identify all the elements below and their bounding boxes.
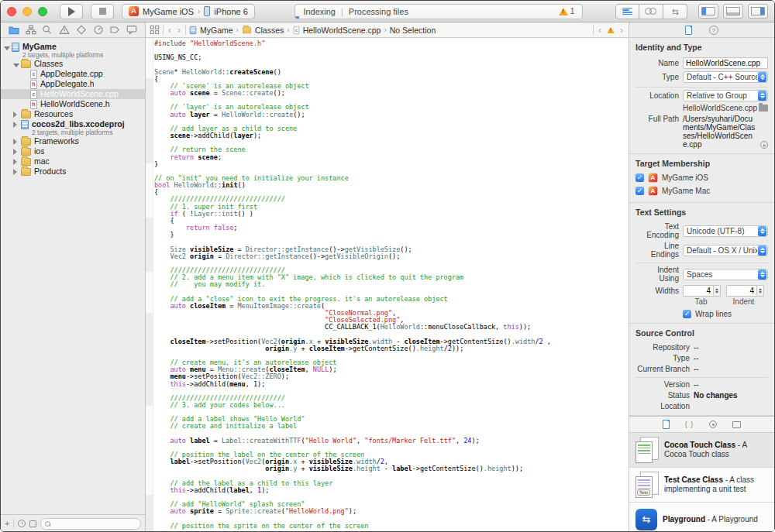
name-field[interactable] [683, 57, 768, 69]
code-line[interactable]: USING_NS_CC; [154, 54, 629, 61]
file-tree-item-classes[interactable]: Classes [1, 59, 145, 69]
disclosure-triangle-icon[interactable] [4, 43, 10, 52]
tests-navigator-tab-icon[interactable] [74, 24, 88, 36]
code-line[interactable]: this->addChild(label, 1); [154, 487, 629, 494]
code-line[interactable]: origin.y + closeItem->getContentSize().h… [154, 345, 629, 352]
code-area[interactable]: #include "HelloWorldScene.h" USING_NS_CC… [154, 40, 629, 530]
folder-icon[interactable] [759, 105, 768, 112]
indent-width-field[interactable] [726, 285, 757, 297]
code-line[interactable]: return scene; [154, 154, 629, 161]
wrap-lines-checkbox[interactable]: ✓ [683, 310, 691, 318]
file-tree-item-mygame[interactable]: MyGame2 targets, multiple platforms [1, 42, 145, 59]
code-line[interactable]: // return the scene [154, 146, 629, 153]
scheme-selector[interactable]: A MyGame iOS › iPhone 6 [122, 4, 255, 19]
project-navigator-tab-icon[interactable] [7, 24, 21, 36]
previous-issue-button[interactable]: ‹ [597, 25, 603, 36]
file-tree-item-resources[interactable]: Resources [1, 109, 145, 119]
breadcrumb-item[interactable]: No Selection [390, 26, 436, 35]
add-icon[interactable]: + [5, 520, 9, 528]
code-line[interactable]: Vec2 origin = Director::getInstance()->g… [154, 253, 629, 260]
code-line[interactable]: } [154, 161, 629, 168]
issues-navigator-tab-icon[interactable] [57, 24, 71, 36]
code-line[interactable]: // you may modify it. [154, 281, 629, 288]
file-tree-item-appdelegate-cpp[interactable]: AppDelegate.cpp [1, 69, 145, 79]
recent-files-icon[interactable] [18, 520, 26, 527]
media-library-tab-icon[interactable] [732, 421, 741, 428]
disclosure-triangle-icon[interactable] [13, 147, 19, 156]
file-tree-item-mac[interactable]: mac [1, 156, 145, 166]
code-line[interactable] [154, 47, 629, 54]
file-tree-item-products[interactable]: Products [1, 166, 145, 177]
code-line[interactable]: bool HelloWorld::init() [154, 182, 629, 189]
standard-editor-button[interactable] [615, 4, 639, 19]
navigator-filter-field[interactable] [40, 518, 141, 530]
disclosure-triangle-icon[interactable] [13, 60, 19, 69]
disclosure-triangle-icon[interactable] [13, 157, 19, 166]
toggle-navigator-button[interactable] [698, 4, 718, 19]
fold-segment[interactable] [146, 218, 153, 272]
file-template-tab-icon[interactable] [663, 420, 670, 429]
run-button[interactable] [60, 4, 83, 19]
fold-segment[interactable] [146, 313, 153, 406]
breadcrumb-item[interactable]: MyGame [189, 26, 233, 35]
code-line[interactable]: // create and initialize a label [154, 423, 629, 430]
code-line[interactable]: // 3. add your codes below... [154, 402, 629, 409]
indent-using-select[interactable]: Spaces [683, 269, 768, 280]
search-navigator-tab-icon[interactable] [40, 24, 54, 36]
code-line[interactable]: CC_CALLBACK_1(HelloWorld::menuCloseCallb… [154, 324, 629, 331]
disclosure-triangle-icon[interactable] [13, 167, 19, 177]
breadcrumb-item[interactable]: Classes [242, 26, 284, 35]
reveal-arrow-icon[interactable] [760, 141, 768, 149]
assistant-editor-button[interactable] [639, 4, 663, 19]
disclosure-triangle-icon[interactable] [13, 120, 19, 129]
code-line[interactable]: origin.y + visibleSize.height - label->g… [154, 465, 629, 472]
library-item-playground[interactable]: ⇆Playground - A Playground [629, 503, 774, 532]
next-issue-button[interactable]: › [618, 25, 625, 36]
encoding-select[interactable]: Unicode (UTF-8) [683, 225, 768, 237]
file-tree-item-ios[interactable]: ios [1, 146, 145, 156]
code-line[interactable]: this->addChild(menu, 1); [154, 381, 629, 388]
zoom-icon[interactable] [38, 7, 47, 16]
code-line[interactable]: #include "HelloWorldScene.h" [154, 40, 629, 47]
target-checkbox[interactable]: ✓ [636, 187, 644, 195]
file-tree-item-frameworks[interactable]: Frameworks [1, 136, 145, 146]
toggle-utilities-button[interactable] [748, 4, 768, 19]
minimize-icon[interactable] [22, 7, 32, 16]
code-line[interactable]: // position the sprite on the center of … [154, 523, 629, 530]
back-button[interactable]: ‹ [167, 25, 173, 36]
reports-navigator-tab-icon[interactable] [125, 24, 139, 36]
breadcrumb-item[interactable]: HelloWorldScene.cpp [293, 26, 381, 35]
type-select[interactable]: Default - C++ Source [683, 71, 768, 83]
indent-width-stepper[interactable] [757, 285, 764, 297]
version-editor-button[interactable]: ⇆ [663, 4, 687, 19]
target-checkbox[interactable]: ✓ [636, 173, 644, 182]
tab-width-field[interactable] [683, 285, 714, 297]
symbol-navigator-tab-icon[interactable] [24, 24, 38, 36]
source-editor[interactable]: #include "HelloWorldScene.h" USING_NS_CC… [146, 38, 629, 532]
code-line[interactable]: scene->addChild(layer); [154, 132, 629, 139]
quick-help-tab-icon[interactable]: ? [709, 26, 718, 35]
source-control-status-icon[interactable] [29, 520, 36, 527]
file-tree-item-cocos2d-libs-xcodeproj[interactable]: cocos2d_libs.xcodeproj2 targets, multipl… [1, 119, 145, 136]
fold-segment[interactable] [146, 78, 153, 163]
code-snippet-tab-icon[interactable]: { } [685, 420, 694, 428]
fold-segment[interactable] [146, 495, 153, 532]
file-inspector-tab-icon[interactable] [685, 26, 692, 35]
code-line[interactable]: return false; [154, 225, 629, 232]
location-select[interactable]: Relative to Group [683, 90, 768, 101]
code-line[interactable]: } [154, 232, 629, 239]
disclosure-triangle-icon[interactable] [13, 137, 19, 146]
code-line[interactable]: auto sprite = Sprite::create("HelloWorld… [154, 508, 629, 515]
code-line[interactable]: Scene* HelloWorld::createScene() [154, 69, 629, 76]
line-endings-select[interactable]: Default - OS X / Unix (LF) [683, 245, 768, 256]
file-tree-item-appdelegate-h[interactable]: AppDelegate.h [1, 79, 145, 89]
close-icon[interactable] [7, 7, 16, 16]
object-library-tab-icon[interactable] [709, 420, 717, 428]
tab-width-stepper[interactable] [714, 285, 721, 297]
toggle-debug-area-button[interactable] [723, 4, 743, 19]
code-line[interactable]: auto layer = HelloWorld::create(); [154, 112, 629, 118]
stop-button[interactable] [91, 4, 114, 19]
warning-icon[interactable] [607, 27, 615, 33]
file-tree-item-helloworldscene-cpp[interactable]: HelloWorldScene.cpp [1, 89, 145, 99]
forward-button[interactable]: › [176, 25, 182, 36]
